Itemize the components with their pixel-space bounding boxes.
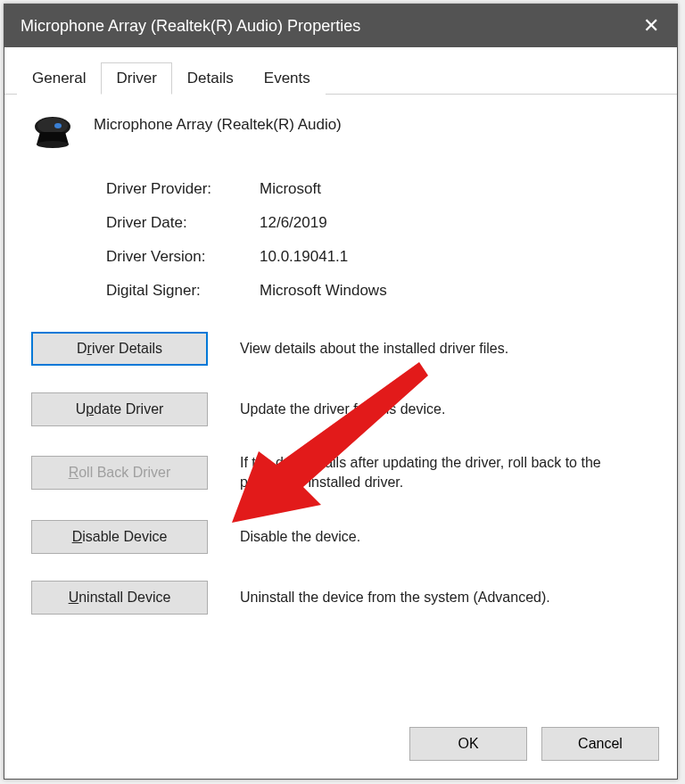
window-title: Microphone Array (Realtek(R) Audio) Prop…	[21, 17, 360, 36]
action-row-details: Driver Details View details about the in…	[31, 332, 650, 366]
provider-value: Microsoft	[260, 180, 650, 198]
provider-label: Driver Provider:	[106, 180, 260, 198]
update-driver-button[interactable]: Update Driver	[31, 392, 208, 426]
driver-info: Driver Provider: Microsoft Driver Date: …	[106, 180, 650, 300]
device-name: Microphone Array (Realtek(R) Audio)	[94, 114, 342, 134]
version-label: Driver Version:	[106, 248, 260, 266]
tab-strip: General Driver Details Events	[4, 47, 677, 95]
uninstall-device-button[interactable]: Uninstall Device	[31, 581, 208, 615]
date-label: Driver Date:	[106, 214, 260, 232]
uninstall-device-desc: Uninstall the device from the system (Ad…	[240, 588, 650, 607]
action-row-uninstall: Uninstall Device Uninstall the device fr…	[31, 581, 650, 615]
svg-point-3	[37, 141, 69, 148]
tab-general[interactable]: General	[17, 62, 101, 95]
driver-details-button[interactable]: Driver Details	[31, 332, 208, 366]
driver-details-desc: View details about the installed driver …	[240, 339, 650, 359]
date-value: 12/6/2019	[260, 214, 650, 232]
action-row-disable: Disable Device Disable the device.	[31, 520, 650, 554]
properties-dialog: Microphone Array (Realtek(R) Audio) Prop…	[4, 4, 678, 780]
version-value: 10.0.19041.1	[260, 248, 650, 266]
webcam-icon	[31, 114, 74, 150]
driver-actions: Driver Details View details about the in…	[31, 332, 650, 615]
device-header: Microphone Array (Realtek(R) Audio)	[31, 114, 650, 150]
action-row-rollback: Roll Back Driver If the device fails aft…	[31, 453, 650, 493]
tab-driver[interactable]: Driver	[101, 62, 171, 95]
tab-content: Microphone Array (Realtek(R) Audio) Driv…	[4, 95, 677, 714]
action-row-update: Update Driver Update the driver for this…	[31, 392, 650, 426]
rollback-driver-desc: If the device fails after updating the d…	[240, 453, 650, 493]
tab-events[interactable]: Events	[249, 62, 326, 95]
signer-value: Microsoft Windows	[260, 282, 650, 300]
svg-point-1	[37, 118, 68, 134]
titlebar: Microphone Array (Realtek(R) Audio) Prop…	[4, 4, 677, 47]
close-icon[interactable]: ✕	[638, 14, 664, 37]
dialog-footer: OK Cancel	[4, 714, 677, 779]
cancel-button[interactable]: Cancel	[541, 727, 659, 761]
tab-details[interactable]: Details	[172, 62, 249, 95]
disable-device-desc: Disable the device.	[240, 527, 650, 547]
ok-button[interactable]: OK	[409, 727, 527, 761]
signer-label: Digital Signer:	[106, 282, 260, 300]
rollback-driver-button: Roll Back Driver	[31, 456, 208, 490]
svg-point-2	[54, 123, 62, 128]
update-driver-desc: Update the driver for this device.	[240, 400, 650, 419]
disable-device-button[interactable]: Disable Device	[31, 520, 208, 554]
